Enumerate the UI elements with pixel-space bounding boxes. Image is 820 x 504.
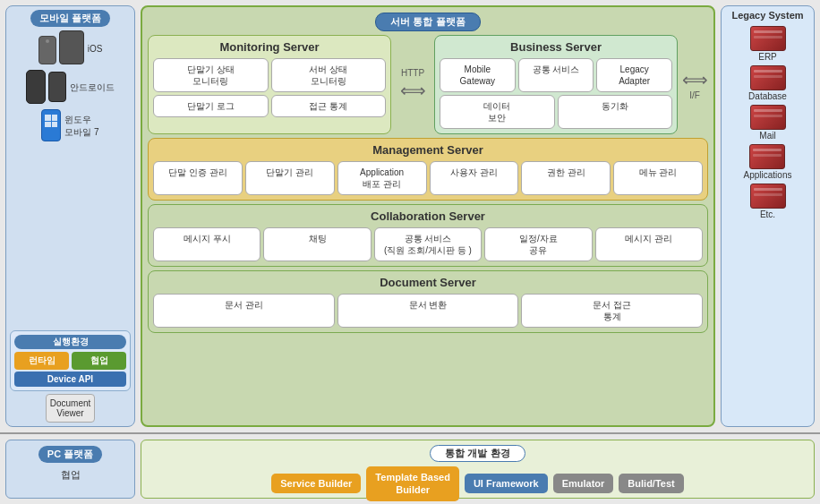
if-label: I/F xyxy=(689,90,700,100)
server-platform: 서버 통합 플랫폼 Monitoring Server 단말기 상태모니터링 서… xyxy=(141,5,715,427)
main-container: 모바일 플랫폼 iOS xyxy=(0,0,820,504)
doc-server-title: Document Server xyxy=(153,276,703,289)
mgmt-cell-3: Application배포 관리 xyxy=(337,161,427,195)
collab-cell-1: 메시지 푸시 xyxy=(153,227,261,261)
top-section: 모바일 플랫폼 iOS xyxy=(0,0,820,432)
business-cell-4: 데이터보안 xyxy=(440,95,555,129)
collab-cell-5: 메시지 관리 xyxy=(595,227,703,261)
pc-platform-panel: PC 플랫폼 협업 xyxy=(5,440,135,499)
mgmt-cell-2: 단말기 관리 xyxy=(245,161,335,195)
business-cell-5: 동기화 xyxy=(558,95,673,129)
business-server-title: Business Server xyxy=(440,40,672,54)
ios-row: iOS xyxy=(38,30,103,64)
monitoring-grid: 단말기 상태모니터링 서버 상태모니터링 단말기 로그 접근 통계 xyxy=(153,58,386,117)
build-test-btn[interactable]: Bulid/Test xyxy=(619,474,683,493)
monitoring-server-title: Monitoring Server xyxy=(153,40,386,54)
db-label: Database xyxy=(748,91,787,101)
doc-viewer: DocumentViewer xyxy=(46,394,96,423)
collab-btn: 협업 xyxy=(72,352,126,370)
business-server: Business Server MobileGateway 공통 서비스 Leg… xyxy=(434,35,678,134)
monitoring-cell-1: 단말기 상태모니터링 xyxy=(153,58,269,92)
android-row: 안드로이드 xyxy=(26,70,115,104)
http-arrow: HTTP ⟺ xyxy=(395,35,431,134)
collab-server-title: Collaboration Server xyxy=(153,209,703,223)
windows-row: 윈도우모바일 7 xyxy=(41,109,98,141)
mgmt-cell-4: 사용자 관리 xyxy=(430,161,519,195)
legacy-apps: Applications xyxy=(744,144,792,180)
business-cell-1: MobileGateway xyxy=(440,58,516,92)
doc-cell-1: 문서 관리 xyxy=(153,294,335,328)
mgmt-grid: 단말 인증 관리 단말기 관리 Application배포 관리 사용자 관리 … xyxy=(153,161,703,195)
arrow-left-icon: ⟺ xyxy=(400,80,426,101)
mobile-devices: iOS 안드로이드 xyxy=(26,30,115,327)
pc-content: 협업 xyxy=(61,468,81,482)
http-label: HTTP xyxy=(401,68,424,78)
legacy-mail: Mail xyxy=(750,105,786,141)
server-platform-wrapper: 서버 통합 플랫폼 Monitoring Server 단말기 상태모니터링 서… xyxy=(141,5,715,427)
collab-cell-4: 일정/자료공유 xyxy=(484,227,592,261)
mobile-platform-panel: 모바일 플랫폼 iOS xyxy=(5,5,135,427)
business-grid-top: MobileGateway 공통 서비스 LegacyAdapter xyxy=(440,58,672,92)
mgmt-cell-5: 권한 관리 xyxy=(521,161,611,195)
doc-cell-3: 문서 접근통계 xyxy=(521,294,703,328)
doc-cell-2: 문서 변환 xyxy=(337,294,519,328)
windows-device-icon xyxy=(41,109,61,141)
legacy-etc: Etc. xyxy=(750,184,786,219)
mail-server-icon xyxy=(750,105,786,130)
runtime-btn: 런타임 xyxy=(14,352,69,370)
apps-server-icon xyxy=(749,144,785,169)
runtime-section: 실행환경 런타임 협업 Device API xyxy=(10,330,131,391)
dev-environment-title: 통합 개발 환경 xyxy=(430,445,525,462)
collab-server: Collaboration Server 메시지 푸시 채팅 공통 서비스(직원… xyxy=(148,204,708,267)
collab-grid: 메시지 푸시 채팅 공통 서비스(직원 조회/게시판 등 ) 일정/자료공유 메… xyxy=(153,227,703,261)
android-label: 안드로이드 xyxy=(70,81,115,94)
runtime-buttons-row: 런타임 협업 xyxy=(14,352,126,370)
db-server-icon xyxy=(750,65,786,90)
dev-environment-panel: 통합 개발 환경 Service Builder Template BasedB… xyxy=(141,440,815,499)
erp-server-icon xyxy=(750,26,786,51)
ios-device-icon xyxy=(38,30,84,64)
collab-cell-2: 채팅 xyxy=(263,227,371,261)
ios-label: iOS xyxy=(88,44,103,54)
etc-label: Etc. xyxy=(760,209,775,219)
server-platform-title: 서버 통합 플랫폼 xyxy=(375,13,480,31)
monitoring-cell-2: 서버 상태모니터링 xyxy=(271,58,387,92)
runtime-title: 실행환경 xyxy=(14,335,126,349)
management-server-title: Management Server xyxy=(153,143,703,157)
emulator-btn[interactable]: Emulator xyxy=(553,474,614,493)
monitoring-cell-4: 접근 통계 xyxy=(271,95,387,117)
monitoring-server: Monitoring Server 단말기 상태모니터링 서버 상태모니터링 단… xyxy=(148,35,391,134)
collab-cell-3: 공통 서비스(직원 조회/게시판 등 ) xyxy=(374,227,482,261)
arrow-right-icon: ⟺ xyxy=(682,69,708,90)
erp-label: ERP xyxy=(758,52,777,62)
apps-label: Applications xyxy=(744,170,792,180)
template-builder-btn[interactable]: Template BasedBuilder xyxy=(366,466,459,501)
mail-label: Mail xyxy=(759,131,775,141)
doc-server: Document Server 문서 관리 문서 변환 문서 접근통계 xyxy=(148,270,708,333)
business-cell-2: 공통 서비스 xyxy=(518,58,594,92)
etc-server-icon xyxy=(750,184,786,209)
mgmt-cell-1: 단말 인증 관리 xyxy=(153,161,243,195)
device-api-btn: Device API xyxy=(14,372,126,387)
mobile-platform-title: 모바일 플랫폼 xyxy=(30,10,110,27)
android-device-icon xyxy=(26,70,66,104)
legacy-system-panel: Legacy System ERP Database Mail Applicat… xyxy=(721,5,815,427)
legacy-system-title: Legacy System xyxy=(731,10,803,21)
management-server: Management Server 단말 인증 관리 단말기 관리 Applic… xyxy=(148,138,708,201)
ui-framework-btn[interactable]: UI Framework xyxy=(465,474,548,493)
service-builder-btn[interactable]: Service Builder xyxy=(271,474,361,493)
business-cell-3: LegacyAdapter xyxy=(596,58,672,92)
if-arrow: ⟺ I/F xyxy=(681,35,708,134)
legacy-db: Database xyxy=(748,65,787,101)
legacy-erp: ERP xyxy=(750,26,786,62)
dev-tools-row: Service Builder Template BasedBuilder UI… xyxy=(271,466,683,501)
business-grid-bottom: 데이터보안 동기화 xyxy=(440,95,672,129)
top-servers-row: Monitoring Server 단말기 상태모니터링 서버 상태모니터링 단… xyxy=(148,35,708,134)
pc-platform-title: PC 플랫폼 xyxy=(38,446,102,463)
windows-label: 윈도우모바일 7 xyxy=(64,114,98,139)
doc-grid: 문서 관리 문서 변환 문서 접근통계 xyxy=(153,294,703,328)
monitoring-cell-3: 단말기 로그 xyxy=(153,95,269,117)
bottom-section: PC 플랫폼 협업 통합 개발 환경 Service Builder Templ… xyxy=(0,432,820,504)
mgmt-cell-6: 메뉴 관리 xyxy=(613,161,703,195)
doc-viewer-label: DocumentViewer xyxy=(50,398,91,418)
